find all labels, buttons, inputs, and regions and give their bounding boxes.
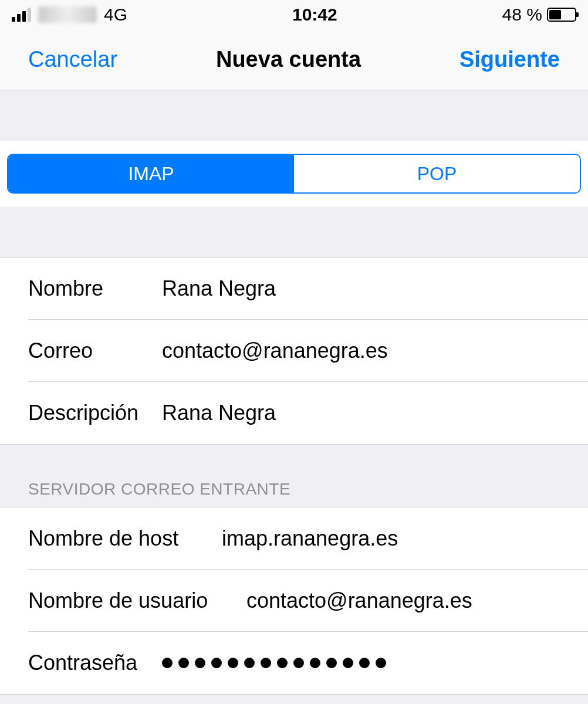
battery-icon — [547, 8, 576, 22]
status-bar: 4G 10:42 48 % — [0, 0, 588, 29]
account-info-section: Nombre Correo Descripción — [0, 257, 588, 445]
description-input[interactable] — [162, 401, 588, 425]
network-type: 4G — [104, 5, 127, 25]
segment-pop[interactable]: POP — [294, 155, 580, 192]
password-input[interactable] — [162, 658, 386, 668]
username-input[interactable] — [246, 588, 588, 613]
protocol-segment-section: IMAP POP — [0, 141, 588, 207]
carrier-name-blurred — [38, 6, 97, 23]
segment-imap[interactable]: IMAP — [8, 155, 294, 192]
incoming-server-section: Nombre de host Nombre de usuario Contras… — [0, 507, 588, 695]
username-row: Nombre de usuario — [0, 570, 588, 632]
page-title: Nueva cuenta — [216, 47, 361, 72]
next-button[interactable]: Siguiente — [459, 47, 560, 72]
status-time: 10:42 — [292, 5, 337, 25]
email-input[interactable] — [162, 339, 588, 363]
description-label: Descripción — [28, 401, 162, 425]
password-label: Contraseña — [28, 651, 162, 675]
protocol-segmented-control: IMAP POP — [7, 154, 581, 194]
incoming-server-header: SERVIDOR CORREO ENTRANTE — [0, 480, 588, 507]
name-row: Nombre — [0, 258, 588, 320]
email-row: Correo — [0, 320, 588, 382]
signal-strength-icon — [12, 8, 31, 22]
status-left: 4G — [12, 5, 127, 25]
password-row: Contraseña — [0, 632, 588, 694]
host-label: Nombre de host — [28, 526, 222, 551]
battery-percent: 48 % — [502, 5, 542, 25]
host-input[interactable] — [222, 526, 588, 551]
status-right: 48 % — [502, 5, 576, 25]
cancel-button[interactable]: Cancelar — [28, 47, 117, 72]
description-row: Descripción — [0, 382, 588, 444]
name-input[interactable] — [162, 276, 588, 301]
name-label: Nombre — [28, 276, 162, 301]
username-label: Nombre de usuario — [28, 588, 246, 613]
host-row: Nombre de host — [0, 507, 588, 570]
email-label: Correo — [28, 339, 162, 363]
navigation-bar: Cancelar Nueva cuenta Siguiente — [0, 29, 588, 90]
